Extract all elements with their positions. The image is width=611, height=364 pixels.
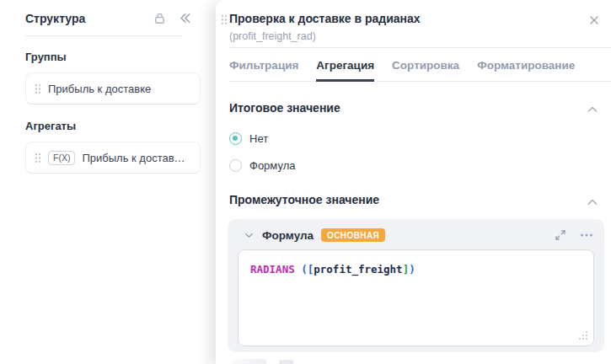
radio-option-label[interactable]: Формула	[249, 159, 295, 172]
formula-code-editor[interactable]: RADIANS ([profit_freight])	[238, 249, 594, 346]
formula-function-badge: F(X)	[48, 151, 75, 165]
more-options-icon[interactable]	[579, 228, 592, 242]
tab-filtering[interactable]: Фильтрация	[229, 56, 298, 81]
radio-option-formula[interactable]: Формула	[229, 159, 295, 172]
aggregate-item[interactable]: F(X) Прибыль к достав…	[25, 142, 201, 174]
chevron-down-icon[interactable]	[244, 230, 255, 241]
formula-card-label: Формула	[262, 229, 314, 242]
formula-code-line[interactable]: RADIANS ([profit_freight])	[239, 250, 593, 276]
aggregates-section-label: Агрегаты	[25, 120, 76, 132]
tab-sorting[interactable]: Сортировка	[392, 56, 459, 81]
chevron-up-icon[interactable]	[586, 103, 599, 116]
tab-aggregation[interactable]: Агрегация	[316, 56, 374, 81]
intermediate-value-section-title: Промежуточное значение	[229, 193, 379, 206]
code-token: (	[295, 263, 308, 276]
sidebar-title: Структура	[25, 12, 85, 25]
radio-unselected-icon[interactable]	[229, 159, 242, 172]
code-token: RADIANS	[250, 263, 295, 276]
close-icon[interactable]	[587, 13, 601, 27]
group-item[interactable]: Прибыль к доставке	[25, 72, 201, 104]
code-token: profit_freight	[314, 263, 402, 276]
panel-drag-handle-icon[interactable]	[221, 14, 228, 25]
groups-section-label: Группы	[25, 51, 67, 63]
settings-tabs: Фильтрация Агрегация Сортировка Форматир…	[229, 56, 611, 82]
main-formula-badge: ОСНОВНАЯ	[321, 228, 385, 242]
group-item-label: Прибыль к доставке	[48, 83, 151, 95]
lock-icon[interactable]	[153, 11, 167, 25]
radio-selected-icon[interactable]	[229, 132, 242, 145]
resize-grip-icon[interactable]	[577, 329, 588, 340]
chevron-up-icon[interactable]	[586, 195, 599, 209]
collapse-sidebar-icon[interactable]	[178, 11, 192, 25]
app-window: Структура Группы Прибыль к	[0, 0, 611, 364]
panel-title: Проверка к доставке в радианах	[229, 12, 421, 25]
total-value-section-title: Итоговое значение	[229, 101, 340, 115]
drag-handle-icon[interactable]	[35, 83, 41, 94]
formula-card-header: Формула ОСНОВНАЯ	[228, 219, 604, 242]
expand-icon[interactable]	[554, 228, 567, 242]
field-settings-panel: Проверка к доставке в радианах (profit_f…	[216, 0, 611, 364]
radio-option-label[interactable]: Нет	[249, 132, 268, 145]
cutoff-element	[279, 360, 293, 364]
radio-option-none[interactable]: Нет	[229, 132, 268, 145]
aggregate-item-label: Прибыль к достав…	[82, 152, 185, 164]
field-technical-name: (profit_freight_rad)	[229, 30, 316, 42]
structure-sidebar: Структура Группы Прибыль к	[0, 0, 211, 364]
header-divider	[229, 47, 611, 48]
tab-formatting[interactable]: Форматирование	[477, 56, 575, 81]
formula-card: Формула ОСНОВНАЯ	[228, 219, 604, 352]
sidebar-divider	[25, 35, 182, 36]
drag-handle-icon[interactable]	[35, 153, 41, 163]
cutoff-element	[233, 359, 266, 364]
code-token: )	[409, 263, 415, 276]
